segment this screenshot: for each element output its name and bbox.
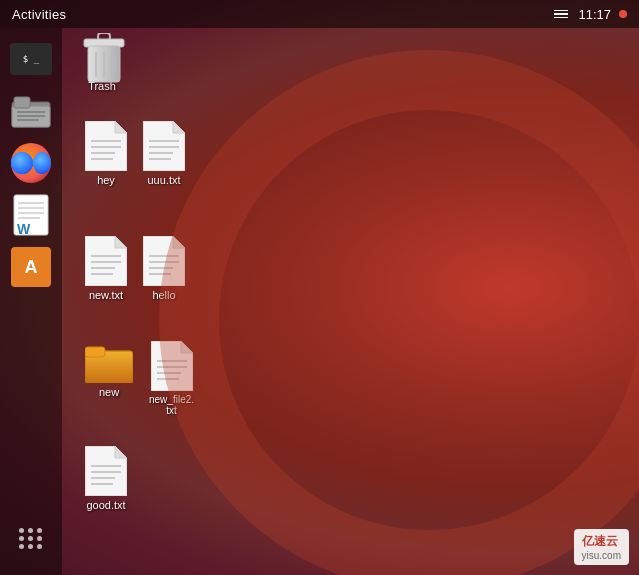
file-icon-graphic (85, 121, 127, 171)
grid-dot (19, 536, 24, 541)
grid-dot (19, 528, 24, 533)
file-icon-graphic (143, 121, 185, 171)
file-good-txt-label: good.txt (86, 499, 125, 511)
watermark-bottom: yisu.com (582, 550, 621, 561)
folder-new-label: new (99, 386, 119, 398)
svg-marker-52 (115, 446, 127, 458)
watermark: 亿速云 yisu.com (574, 529, 629, 565)
file-icon-graphic (151, 341, 193, 391)
grid-dot (28, 536, 33, 541)
folder-new[interactable]: new (82, 338, 136, 401)
desktop-area: Trash hey (62, 28, 639, 575)
svg-rect-44 (85, 347, 105, 357)
files-icon (11, 94, 51, 128)
svg-marker-25 (173, 121, 185, 133)
desktop: Activities 11:17 (0, 0, 639, 575)
file-hey-label: hey (97, 174, 115, 186)
watermark-top: 亿速云 (582, 533, 621, 550)
file-hello[interactable]: hello (140, 233, 188, 304)
grid-dot (37, 536, 42, 541)
file-new-txt-label: new.txt (89, 289, 123, 301)
firefox-icon (11, 143, 51, 183)
folder-icon-graphic (85, 341, 133, 383)
sidebar-item-files[interactable] (8, 88, 54, 134)
grid-dot (37, 528, 42, 533)
file-good-txt[interactable]: good.txt (82, 443, 130, 514)
file-new-file2-txt[interactable]: new_file2. txt (146, 338, 197, 419)
topbar: Activities 11:17 (0, 0, 639, 28)
svg-marker-46 (181, 341, 193, 353)
sidebar-item-writer[interactable]: W (8, 192, 54, 238)
activities-button[interactable]: Activities (12, 7, 66, 22)
trash-icon[interactable]: Trash (82, 33, 122, 92)
file-new-txt[interactable]: new.txt (82, 233, 130, 304)
sidebar-item-firefox[interactable] (8, 140, 54, 186)
menu-icon[interactable] (554, 10, 568, 19)
topbar-right: 11:17 (554, 7, 627, 22)
svg-marker-36 (143, 236, 185, 286)
file-new-file2-txt-label: new_file2. txt (149, 394, 194, 416)
clock: 11:17 (578, 7, 611, 22)
svg-marker-37 (173, 236, 185, 248)
sidebar: W A (0, 28, 62, 575)
writer-icon: W (12, 193, 50, 237)
sidebar-item-appcenter[interactable]: A (8, 244, 54, 290)
grid-dot (19, 544, 24, 549)
file-hey[interactable]: hey (82, 118, 130, 189)
svg-marker-45 (151, 341, 193, 391)
sidebar-item-terminal[interactable] (8, 36, 54, 82)
show-applications-button[interactable] (19, 528, 43, 561)
grid-dot (28, 544, 33, 549)
file-icon-graphic (85, 236, 127, 286)
status-dot (619, 10, 627, 18)
terminal-icon (10, 43, 52, 75)
file-icon-graphic (85, 446, 127, 496)
appcenter-icon: A (11, 247, 51, 287)
file-uuu-txt-label: uuu.txt (147, 174, 180, 186)
svg-rect-2 (14, 97, 30, 108)
svg-text:W: W (17, 221, 31, 237)
grid-dot (37, 544, 42, 549)
trash-can-graphic (82, 33, 122, 77)
svg-marker-31 (115, 236, 127, 248)
svg-marker-19 (115, 121, 127, 133)
file-hello-label: hello (152, 289, 175, 301)
file-icon-graphic (143, 236, 185, 286)
file-uuu-txt[interactable]: uuu.txt (140, 118, 188, 189)
grid-dot (28, 528, 33, 533)
